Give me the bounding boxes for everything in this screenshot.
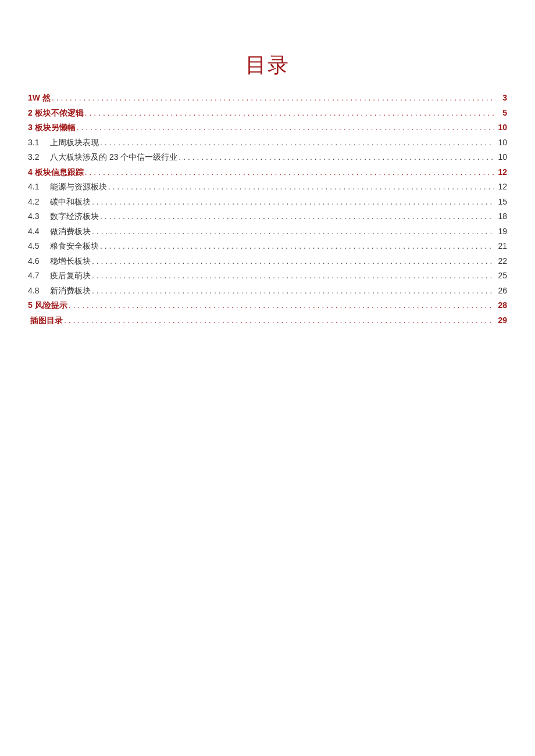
toc-entry-page: 3 [495,94,507,102]
toc-entry[interactable]: 4.4做消费板块19 [28,227,507,235]
toc-leader-dots [100,212,494,220]
toc-entry-number: 4.2 [28,198,45,206]
toc-entry-number: 4.5 [28,242,45,250]
toc-leader-dots [85,168,494,176]
toc-entry-text: 风险提示 [35,301,67,309]
table-of-contents: 1W然32板块不侬逻辑53板块另懒幅103.1上周板块表现103.2八大板块涉及… [28,94,507,324]
toc-entry-number: 4.3 [28,212,45,220]
toc-entry-page: 29 [495,316,507,324]
toc-entry-number: 3.2 [28,153,45,161]
toc-entry-page: 18 [495,212,507,220]
toc-entry-page: 12 [495,168,507,176]
toc-entry-number: 4.1 [28,182,45,191]
toc-entry-page: 19 [495,227,507,235]
toc-entry-page: 10 [495,138,507,146]
toc-leader-dots [92,257,494,265]
toc-leader-dots [108,182,494,191]
toc-entry-text: 粮食安全板块 [50,242,99,250]
toc-leader-dots [100,138,494,146]
toc-entry[interactable]: 4.7疫后复萌块25 [28,271,507,280]
toc-entry-number: 4.8 [28,286,45,295]
toc-entry-text: 板块信息跟踪 [35,168,84,176]
toc-entry-page: 15 [495,198,507,206]
toc-entry[interactable]: 4.2碳中和板块15 [28,198,507,206]
toc-entry-page: 5 [495,109,507,117]
toc-entry[interactable]: 4.8新消费板块26 [28,286,507,295]
toc-entry-number: 5 [28,301,33,309]
toc-title: 目录 [28,51,507,80]
toc-entry-number: 2 [28,109,33,117]
toc-leader-dots [92,286,494,295]
toc-entry-page: 28 [495,301,507,309]
toc-entry-number: 4 [28,168,33,176]
toc-entry[interactable]: 5风险提示28 [28,301,507,309]
toc-entry-text: 插图目录 [30,316,63,324]
toc-leader-dots [179,153,494,161]
toc-entry-text: 稳增长板块 [50,257,91,265]
toc-entry-number: 3.1 [28,138,45,146]
toc-leader-dots [52,94,494,102]
toc-entry-text: 做消费板块 [50,227,91,235]
toc-entry-page: 21 [495,242,507,250]
toc-leader-dots [92,271,494,280]
toc-entry-number: 1W [28,94,40,102]
toc-leader-dots [92,198,494,206]
toc-entry[interactable]: 4.1能源与资源板块12 [28,182,507,191]
toc-entry-text: 上周板块表现 [50,138,99,146]
toc-leader-dots [77,123,494,131]
toc-entry[interactable]: 3.2八大板块涉及的 23 个中信一级行业10 [28,153,507,161]
toc-entry[interactable]: 4板块信息跟踪12 [28,168,507,176]
toc-entry-text: 疫后复萌块 [50,271,91,280]
toc-leader-dots [69,301,494,309]
toc-entry-number: 3 [28,123,33,131]
toc-leader-dots [64,316,494,324]
toc-entry[interactable]: 插图目录29 [28,316,507,324]
toc-entry-number: 4.6 [28,257,45,265]
toc-entry[interactable]: 4.5粮食安全板块21 [28,242,507,250]
toc-entry[interactable]: 4.6稳增长板块22 [28,257,507,265]
toc-entry-number: 4.4 [28,227,45,235]
toc-leader-dots [100,242,494,250]
toc-leader-dots [85,109,494,117]
toc-entry-page: 12 [495,182,507,191]
toc-entry-text: 板块不侬逻辑 [35,109,84,117]
toc-entry-page: 10 [495,153,507,161]
toc-entry-text: 八大板块涉及的 23 个中信一级行业 [50,153,177,161]
toc-entry-text: 数字经济板块 [50,212,99,220]
toc-entry[interactable]: 3板块另懒幅10 [28,123,507,131]
toc-entry-page: 10 [495,123,507,131]
toc-entry-number: 4.7 [28,271,45,280]
toc-leader-dots [92,227,494,235]
toc-entry-text: 新消费板块 [50,286,91,295]
toc-entry-text: 然 [42,94,51,102]
toc-entry-text: 能源与资源板块 [50,182,107,191]
toc-entry-page: 26 [495,286,507,295]
toc-entry[interactable]: 3.1上周板块表现10 [28,138,507,146]
toc-entry-text: 板块另懒幅 [35,123,76,131]
toc-entry-page: 25 [495,271,507,280]
toc-entry[interactable]: 1W然3 [28,94,507,102]
toc-entry[interactable]: 4.3数字经济板块18 [28,212,507,220]
toc-entry[interactable]: 2板块不侬逻辑5 [28,109,507,117]
toc-entry-page: 22 [495,257,507,265]
toc-entry-text: 碳中和板块 [50,198,91,206]
